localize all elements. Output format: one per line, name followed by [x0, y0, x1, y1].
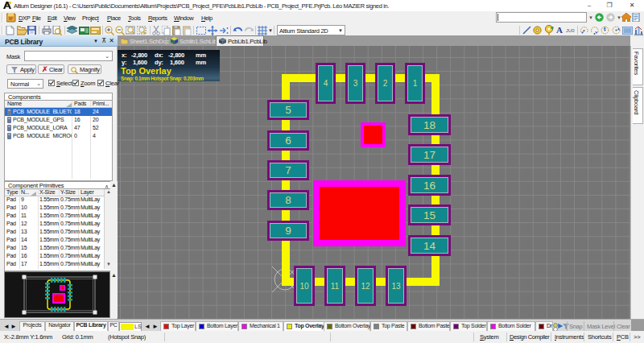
svg-text:JU0: JU0	[566, 28, 575, 33]
